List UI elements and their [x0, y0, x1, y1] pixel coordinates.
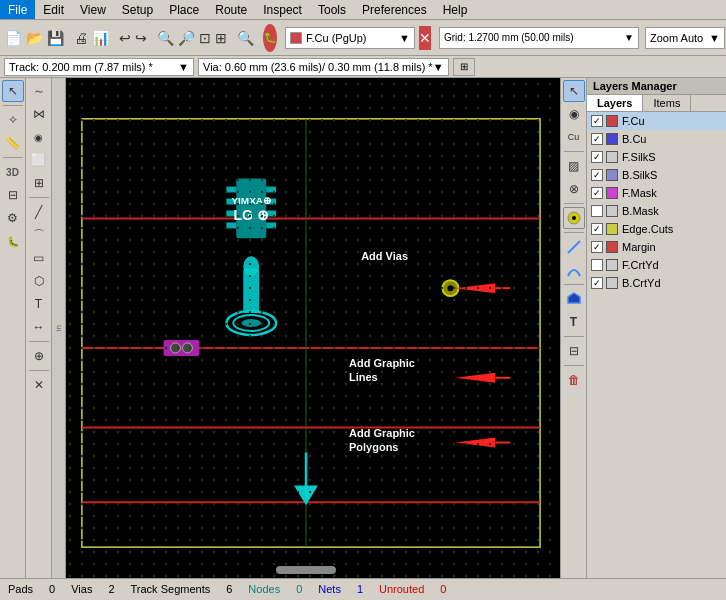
add-arc-tool[interactable]: ⌒ — [28, 224, 50, 246]
menu-route[interactable]: Route — [207, 0, 255, 19]
add-footprint-tool[interactable]: ⊕ — [28, 345, 50, 367]
print-button[interactable]: 🖨 — [73, 24, 89, 52]
layer-row-bcu[interactable]: ✓ B.Cu — [587, 130, 726, 148]
layer-row-bsilks[interactable]: ✓ B.SilkS — [587, 166, 726, 184]
copper-text-tool[interactable]: Cu — [563, 126, 585, 148]
export-button[interactable]: 📊 — [91, 24, 110, 52]
local-ratsnest-tool[interactable]: ✧ — [2, 109, 24, 131]
lt2-sep-2 — [29, 341, 49, 342]
menu-view[interactable]: View — [72, 0, 114, 19]
layer-row-margin[interactable]: ✓ Margin — [587, 238, 726, 256]
menu-edit[interactable]: Edit — [35, 0, 72, 19]
menu-tools[interactable]: Tools — [310, 0, 354, 19]
layer-color-fcu — [606, 115, 618, 127]
unrouted-value: 0 — [440, 583, 446, 595]
layer-check-fsilks[interactable]: ✓ — [591, 151, 603, 163]
layer-row-fmask[interactable]: ✓ F.Mask — [587, 184, 726, 202]
menu-setup[interactable]: Setup — [114, 0, 161, 19]
drc-btn[interactable]: 🐛 — [2, 230, 24, 252]
layer-check-bcu[interactable]: ✓ — [591, 133, 603, 145]
layer-check-bcrtyd[interactable]: ✓ — [591, 277, 603, 289]
layers-manager: Layers Manager Layers Items ✓ F.Cu ✓ B.C… — [586, 78, 726, 578]
layer-row-fcu[interactable]: ✓ F.Cu — [587, 112, 726, 130]
save-button[interactable]: 💾 — [46, 24, 65, 52]
layer-selector[interactable]: F.Cu (PgUp) ▼ — [285, 27, 415, 49]
layer-check-fcrtyd[interactable]: ✓ — [591, 259, 603, 271]
layer-row-fcrtyd[interactable]: ✓ F.CrtYd — [587, 256, 726, 274]
layer-check-fcu[interactable]: ✓ — [591, 115, 603, 127]
layer-check-bmask[interactable]: ✓ — [591, 205, 603, 217]
3d-viewer-btn[interactable]: 3D — [2, 161, 24, 183]
find-button[interactable]: 🔍 — [236, 24, 255, 52]
net-inspector-btn[interactable]: ⊟ — [2, 184, 24, 206]
new-button[interactable]: 📄 — [4, 24, 23, 52]
layer-color-bcu — [606, 133, 618, 145]
svg-marker-38 — [568, 293, 580, 303]
layer-row-edgecuts[interactable]: ✓ Edge.Cuts — [587, 220, 726, 238]
menu-place[interactable]: Place — [161, 0, 207, 19]
align-tool[interactable]: ⊟ — [563, 340, 585, 362]
horizontal-scrollbar[interactable] — [276, 566, 336, 574]
layer-check-edgecuts[interactable]: ✓ — [591, 223, 603, 235]
via-size-selector[interactable]: Via: 0.60 mm (23.6 mils)/ 0.30 mm (11.8 … — [198, 58, 449, 76]
zoom-board-button[interactable]: ⊞ — [214, 24, 228, 52]
add-dimension-tool[interactable]: ↔ — [28, 316, 50, 338]
add-arc-right[interactable] — [563, 259, 585, 281]
zoom-out-button[interactable]: 🔎 — [177, 24, 196, 52]
open-button[interactable]: 📂 — [25, 24, 44, 52]
layer-check-bsilks[interactable]: ✓ — [591, 169, 603, 181]
right-side: ↖ ◉ Cu ▨ ⊗ T ⊟ — [560, 78, 726, 578]
layer-check-fmask[interactable]: ✓ — [591, 187, 603, 199]
add-graphic-line-right[interactable] — [563, 236, 585, 258]
delete-right[interactable]: 🗑 — [563, 369, 585, 391]
add-line-tool[interactable]: ╱ — [28, 201, 50, 223]
add-graphic-poly-right[interactable] — [563, 288, 585, 310]
add-via-tool[interactable]: ◉ — [28, 126, 50, 148]
add-text-right[interactable]: T — [563, 311, 585, 333]
grid-selector[interactable]: Grid: 1.2700 mm (50.00 mils) ▼ — [439, 27, 639, 49]
layer-row-bcrtyd[interactable]: ✓ B.CrtYd — [587, 274, 726, 292]
delete-tool[interactable]: ✕ — [28, 374, 50, 396]
layer-name-bcrtyd: B.CrtYd — [622, 277, 661, 289]
keepout-tool[interactable]: ⊗ — [563, 178, 585, 200]
grid-toggle[interactable]: ⊞ — [453, 58, 475, 76]
tab-layers[interactable]: Layers — [587, 95, 643, 111]
add-zone-tool[interactable]: ⬜ — [28, 149, 50, 171]
rt-sep-6 — [564, 365, 584, 366]
layer-color-edgecuts — [606, 223, 618, 235]
pointer-tool-right[interactable]: ↖ — [563, 80, 585, 102]
menu-inspect[interactable]: Inspect — [255, 0, 310, 19]
menu-file[interactable]: File — [0, 0, 35, 19]
main-content: ↖ ✧ 📏 3D ⊟ ⚙ 🐛 ～ ⋈ ◉ ⬜ ⊞ ╱ ⌒ ▭ ⬡ T ↔ ⊕ ✕ — [0, 78, 726, 578]
drc-button[interactable]: 🐛 — [263, 24, 277, 52]
grid-label: Grid: 1.2700 mm (50.00 mils) — [444, 32, 574, 43]
tab-items[interactable]: Items — [643, 95, 691, 111]
add-poly-tool[interactable]: ⬡ — [28, 270, 50, 292]
zoom-selector[interactable]: Zoom Auto ▼ — [645, 27, 725, 49]
zoom-fit-button[interactable]: ⊡ — [198, 24, 212, 52]
redo-button[interactable]: ↪ — [134, 24, 148, 52]
layer-row-fsilks[interactable]: ✓ F.SilkS — [587, 148, 726, 166]
add-text-tool[interactable]: T — [28, 293, 50, 315]
menu-preferences[interactable]: Preferences — [354, 0, 435, 19]
layer-check-margin[interactable]: ✓ — [591, 241, 603, 253]
nodes-label: Nodes — [248, 583, 280, 595]
pad-tool[interactable]: ◉ — [563, 103, 585, 125]
undo-button[interactable]: ↩ — [118, 24, 132, 52]
add-track-tool[interactable]: ～ — [28, 80, 50, 102]
add-via-right-tool[interactable] — [563, 207, 585, 229]
layer-row-bmask[interactable]: ✓ B.Mask — [587, 202, 726, 220]
pads-label: Pads — [8, 583, 33, 595]
menu-help[interactable]: Help — [435, 0, 476, 19]
add-rule-area-tool[interactable]: ⊞ — [28, 172, 50, 194]
add-diff-pair-tool[interactable]: ⋈ — [28, 103, 50, 125]
track-width-selector[interactable]: Track: 0.200 mm (7.87 mils) * ▼ — [4, 58, 194, 76]
zoom-in-button[interactable]: 🔍 — [156, 24, 175, 52]
add-rect-tool[interactable]: ▭ — [28, 247, 50, 269]
measure-tool[interactable]: 📏 — [2, 132, 24, 154]
pcb-canvas-area[interactable]: YIMXA⊕ LG ⊕ — [52, 78, 560, 578]
copper-zone-tool[interactable]: ▨ — [563, 155, 585, 177]
board-setup-btn[interactable]: ⚙ — [2, 207, 24, 229]
select-tool[interactable]: ↖ — [2, 80, 24, 102]
layer-color-bsilks — [606, 169, 618, 181]
